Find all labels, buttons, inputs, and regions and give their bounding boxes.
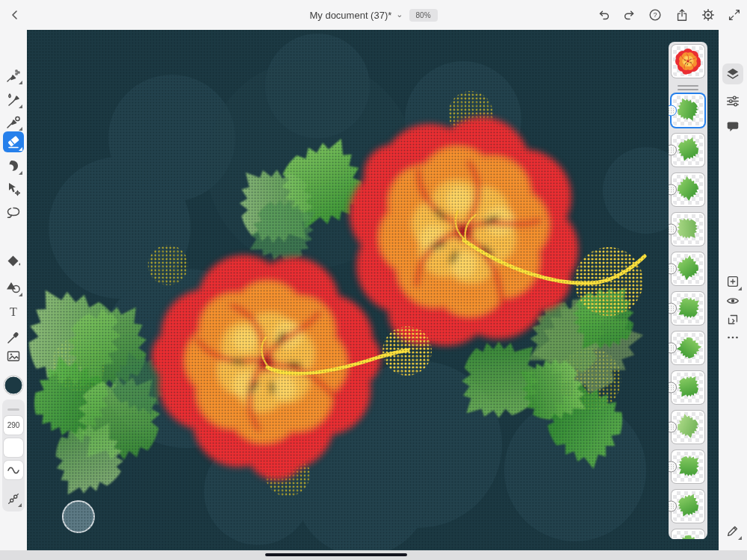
top-bar: My document (37)* ⌄ 80% ?: [0, 0, 747, 30]
leaf-layer-preview: [673, 254, 703, 284]
move-icon: [5, 181, 22, 197]
zoom-level-badge[interactable]: 80%: [409, 9, 438, 22]
help-button[interactable]: ?: [646, 6, 664, 24]
share-icon[interactable]: [673, 6, 691, 24]
lasso-icon: [5, 205, 22, 221]
layer-visibility-button[interactable]: [722, 290, 743, 311]
layer-thumbnail-leaf[interactable]: [672, 173, 704, 206]
svg-text:T: T: [10, 305, 17, 318]
vector-brush-tool[interactable]: [3, 111, 24, 132]
layers-panel: [669, 42, 707, 539]
flower-layer-preview: [673, 46, 703, 76]
eyedropper-tool[interactable]: [3, 327, 24, 348]
layer-thumbnail-flower[interactable]: [672, 45, 704, 78]
back-button[interactable]: [6, 6, 24, 24]
eraser-icon: [5, 134, 22, 150]
place-image-tool[interactable]: [3, 346, 24, 367]
smudge-icon: [5, 158, 22, 174]
leaf-layer-preview: [673, 491, 703, 521]
redo-button[interactable]: [621, 6, 639, 24]
leaf-layer-preview: [673, 452, 703, 482]
comments-button[interactable]: [722, 116, 743, 137]
layer-thumbnail-leaf[interactable]: [672, 213, 704, 246]
brush-size-slider[interactable]: [7, 408, 19, 411]
live-brush-tool[interactable]: [3, 89, 24, 110]
watercolor-brush-icon: [5, 91, 22, 108]
tool-bar: T 290: [0, 30, 27, 560]
leaf-layer-preview: [673, 135, 703, 165]
layers-tab-button[interactable]: [722, 63, 743, 84]
right-rail: [719, 30, 747, 560]
leaf-layer-preview: [673, 96, 703, 125]
smoothing-wave-icon: [7, 465, 20, 476]
eye-icon: [725, 293, 740, 308]
layers-icon: [725, 66, 740, 81]
layer-thumbnail-leaf[interactable]: [672, 94, 704, 127]
smudge-tool[interactable]: [3, 155, 24, 176]
eyedropper-icon: [5, 329, 22, 346]
undo-button[interactable]: [595, 6, 613, 24]
artwork: [27, 30, 719, 550]
pixel-brush-icon: [5, 67, 22, 84]
pixel-brush-tool[interactable]: [3, 65, 24, 86]
leaf-layer-preview: [673, 175, 703, 205]
image-icon: [5, 348, 22, 364]
layer-thumbnail-leaf[interactable]: [672, 252, 704, 285]
home-indicator[interactable]: [265, 553, 407, 556]
brush-size-value[interactable]: 290: [4, 416, 23, 435]
settings-gear-icon[interactable]: [699, 6, 717, 24]
ellipsis-icon: [725, 330, 740, 345]
plus-square-icon: [725, 274, 740, 289]
text-tool[interactable]: T: [3, 301, 24, 322]
layer-thumbnail-leaf[interactable]: [672, 134, 704, 167]
layer-thumbnail-leaf[interactable]: [672, 332, 704, 364]
brush-settings-button[interactable]: [4, 489, 23, 508]
vector-brush-icon: [5, 113, 22, 130]
fill-tool[interactable]: [3, 251, 24, 272]
bottom-bar: [0, 550, 747, 560]
layer-thumbnail-leaf[interactable]: [672, 450, 704, 483]
add-layer-button[interactable]: [722, 271, 743, 292]
leaf-layer-preview: [673, 373, 703, 402]
leaf-layer-preview: [673, 293, 703, 323]
leaf-layer-preview: [673, 333, 703, 363]
fullscreen-icon[interactable]: [725, 6, 743, 24]
leaf-layer-preview: [673, 214, 703, 244]
brush-settings-icon: [6, 491, 21, 506]
lasso-select-tool[interactable]: [3, 202, 24, 223]
svg-text:?: ?: [653, 11, 657, 19]
shapes-tool[interactable]: [3, 277, 24, 298]
leaf-layer-preview: [673, 412, 703, 442]
layer-thumbnail-leaf[interactable]: [672, 490, 704, 523]
document-title[interactable]: My document (37)*: [309, 10, 391, 21]
layer-thumbnail-leaf[interactable]: [672, 371, 704, 404]
smoothing-toggle[interactable]: [4, 461, 23, 479]
adjustments-button[interactable]: [722, 90, 743, 111]
leaf-layer-list: [672, 94, 704, 539]
drawing-canvas[interactable]: [27, 30, 719, 550]
comment-icon: [725, 119, 740, 134]
color-swatch[interactable]: [4, 376, 23, 395]
move-layer-icon: [725, 312, 740, 327]
precision-tools-button[interactable]: [722, 520, 743, 541]
more-options-button[interactable]: [722, 327, 743, 348]
pencil-icon: [725, 523, 740, 538]
move-tool[interactable]: [3, 178, 24, 199]
chevron-down-icon[interactable]: ⌄: [396, 10, 403, 19]
layer-thumbnail-leaf[interactable]: [672, 292, 704, 325]
text-icon: T: [5, 303, 22, 320]
layer-thumbnail-leaf[interactable]: [672, 411, 704, 444]
paint-bucket-icon: [5, 253, 22, 270]
sliders-icon: [725, 93, 740, 108]
eraser-tool[interactable]: [3, 131, 24, 152]
layer-thumbnail-leaf[interactable]: [672, 529, 704, 539]
layers-group-divider[interactable]: [677, 85, 699, 91]
opacity-swatch[interactable]: [4, 438, 23, 457]
leaf-layer-preview: [673, 531, 703, 539]
shapes-icon: [5, 279, 22, 296]
